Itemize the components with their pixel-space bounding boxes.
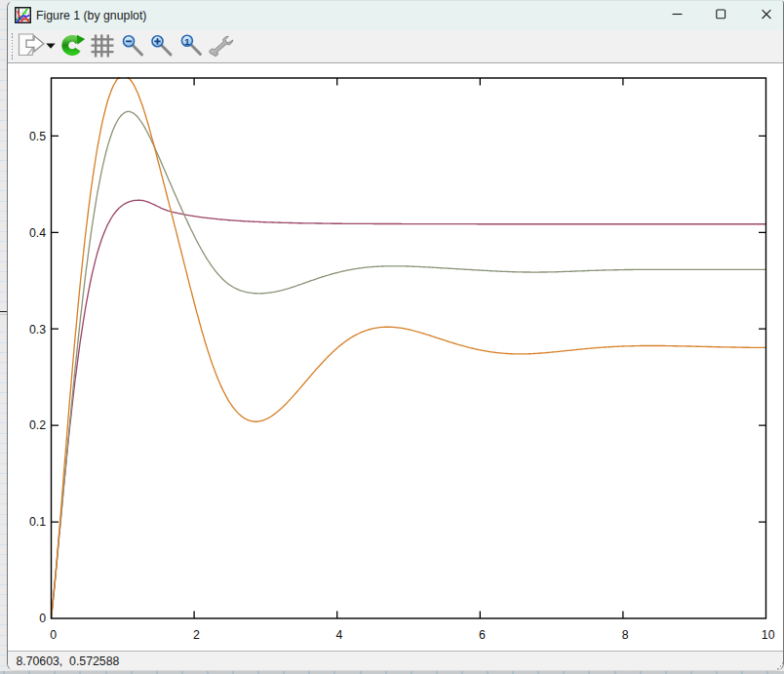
svg-text:8: 8 bbox=[622, 628, 629, 642]
svg-text:0.5: 0.5 bbox=[29, 130, 46, 143]
svg-text:4: 4 bbox=[335, 628, 342, 642]
svg-text:1: 1 bbox=[184, 36, 190, 47]
svg-text:0.2: 0.2 bbox=[29, 418, 46, 432]
svg-text:0: 0 bbox=[50, 628, 57, 642]
svg-text:6: 6 bbox=[479, 628, 486, 642]
svg-text:2: 2 bbox=[193, 628, 200, 642]
svg-text:0.3: 0.3 bbox=[29, 323, 46, 337]
svg-text:0.4: 0.4 bbox=[29, 226, 46, 240]
svg-text:10: 10 bbox=[762, 628, 775, 642]
svg-text:0.1: 0.1 bbox=[29, 515, 46, 529]
svg-text:0: 0 bbox=[39, 612, 46, 625]
